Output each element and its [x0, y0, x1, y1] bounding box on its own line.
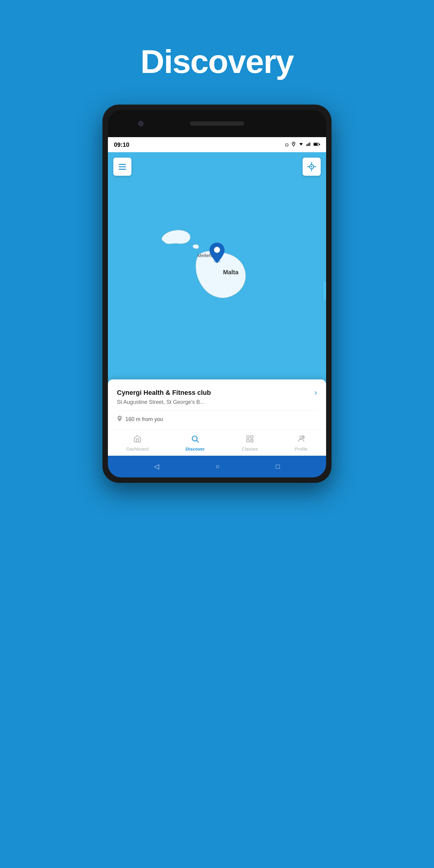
- menu-lines-icon: [119, 164, 126, 170]
- phone-top-bezel: [108, 110, 326, 137]
- distance-text: 160 m from you: [125, 416, 163, 423]
- location-card: Cynergi Health & Fitness club › St Augus…: [108, 379, 326, 430]
- malta-map: Mellieħa Malta: [154, 213, 280, 328]
- svg-point-15: [214, 247, 220, 253]
- malta-svg-map: Mellieħa Malta: [154, 213, 280, 327]
- svg-rect-7: [319, 144, 320, 145]
- svg-rect-21: [247, 439, 249, 442]
- nav-item-profile[interactable]: Profile: [289, 433, 314, 453]
- card-address: St Augustine Street, St George's B...: [117, 399, 317, 405]
- bottom-navigation: Dashboard Discover: [108, 430, 326, 456]
- phone-speaker: [190, 121, 244, 126]
- nav-label-profile: Profile: [295, 446, 308, 452]
- svg-rect-2: [307, 144, 308, 146]
- back-button[interactable]: ◁: [154, 463, 159, 470]
- home-button[interactable]: ○: [216, 463, 219, 470]
- search-icon: [191, 435, 199, 445]
- nav-item-classes[interactable]: Classes: [236, 433, 264, 453]
- profile-icon: [297, 435, 305, 445]
- nav-label-classes: Classes: [242, 446, 258, 452]
- status-icons: ⊙: [285, 142, 320, 148]
- card-header: Cynergi Health & Fitness club ›: [117, 388, 317, 397]
- svg-point-17: [192, 436, 197, 441]
- notification-icon: ⊙: [285, 142, 289, 148]
- map-area: Mellieħa Malta Google Cynergi Health & F…: [108, 152, 326, 430]
- svg-rect-20: [250, 436, 253, 438]
- nav-label-dashboard: Dashboard: [126, 446, 148, 452]
- svg-point-28: [303, 436, 304, 437]
- battery-icon: [313, 142, 320, 147]
- svg-rect-19: [247, 436, 249, 438]
- nav-item-discover[interactable]: Discover: [180, 433, 211, 453]
- status-time: 09:10: [114, 141, 129, 148]
- status-bar: 09:10 ⊙: [108, 137, 326, 152]
- recents-button[interactable]: □: [276, 463, 280, 470]
- card-divider: [117, 410, 317, 410]
- phone-screen: 09:10 ⊙: [108, 137, 326, 456]
- page-title: Discovery: [141, 42, 293, 81]
- card-distance: 160 m from you: [117, 415, 317, 424]
- svg-rect-1: [306, 145, 307, 146]
- system-nav-bar: ◁ ○ □: [108, 456, 326, 477]
- svg-line-18: [197, 440, 198, 442]
- card-title: Cynergi Health & Fitness club: [117, 389, 211, 397]
- nav-item-dashboard[interactable]: Dashboard: [120, 433, 154, 453]
- distance-pin-icon: [117, 415, 122, 424]
- svg-rect-3: [308, 143, 309, 146]
- phone-camera: [138, 121, 144, 126]
- phone-device: 09:10 ⊙: [102, 104, 332, 483]
- home-icon: [133, 435, 142, 445]
- svg-point-9: [311, 166, 313, 167]
- svg-point-0: [293, 143, 294, 144]
- svg-rect-4: [310, 142, 310, 146]
- svg-line-25: [252, 441, 252, 441]
- signal-icon: [306, 142, 311, 147]
- malta-text: Malta: [223, 269, 239, 276]
- map-side-tab[interactable]: [324, 282, 326, 300]
- card-chevron-icon[interactable]: ›: [314, 388, 317, 397]
- crosshair-icon: [307, 162, 316, 172]
- location-status-icon: [291, 142, 296, 148]
- wifi-icon: [299, 142, 304, 147]
- map-locate-button[interactable]: [303, 158, 321, 176]
- nav-label-discover: Discover: [186, 446, 205, 452]
- svg-point-16: [119, 417, 121, 418]
- map-menu-button[interactable]: [113, 158, 131, 176]
- classes-icon: [246, 435, 254, 445]
- svg-rect-6: [314, 143, 318, 145]
